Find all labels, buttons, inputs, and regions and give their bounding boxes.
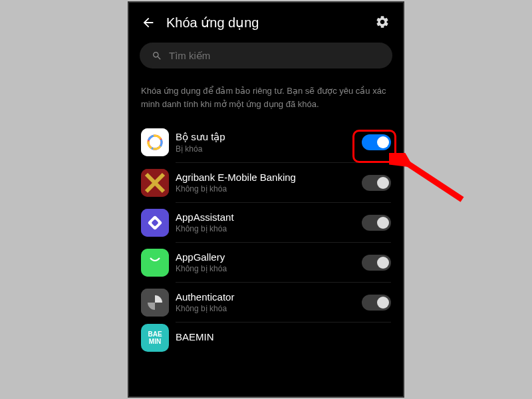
toggle-knob-icon xyxy=(377,136,389,148)
app-status-label: Không bị khóa xyxy=(176,264,362,273)
svg-rect-8 xyxy=(141,249,169,277)
svg-line-10 xyxy=(404,161,462,200)
app-name-label: AppGallery xyxy=(176,251,362,263)
app-row-agribank: Agribank E-Mobile Banking Không bị khóa xyxy=(176,163,391,203)
app-status-label: Không bị khóa xyxy=(176,304,362,313)
app-icon-appassistant xyxy=(141,209,169,237)
back-arrow-icon xyxy=(141,15,156,30)
app-icon-gallery xyxy=(141,128,169,156)
app-icon-agribank xyxy=(141,169,169,197)
toggle-knob-icon xyxy=(377,257,389,269)
gear-icon xyxy=(375,15,390,29)
search-input[interactable] xyxy=(140,43,392,68)
app-name-label: BAEMIN xyxy=(176,331,391,342)
app-name-label: AppAssistant xyxy=(176,211,362,223)
toggle-knob-icon xyxy=(377,177,389,189)
phone-screen: Khóa ứng dụng Khóa ứng dụng để đảm bảo r… xyxy=(128,1,404,398)
toggle-knob-icon xyxy=(377,217,389,229)
app-status-label: Bị khóa xyxy=(176,144,362,154)
app-icon-authenticator xyxy=(141,289,169,317)
toggle-appgallery[interactable] xyxy=(362,255,391,271)
search-field[interactable] xyxy=(169,50,380,61)
description-text: Khóa ứng dụng để đảm bảo riêng tư. Bạn s… xyxy=(129,79,403,122)
app-row-appassistant: AppAssistant Không bị khóa xyxy=(176,203,391,243)
app-name-label: Agribank E-Mobile Banking xyxy=(176,172,362,183)
app-status-label: Không bị khóa xyxy=(176,224,362,233)
toggle-agribank[interactable] xyxy=(362,175,391,191)
page-title: Khóa ứng dụng xyxy=(166,15,375,31)
app-name-label: Authenticator xyxy=(176,291,362,303)
toggle-knob-icon xyxy=(377,297,389,309)
app-icon-baemin: BAEMIN xyxy=(141,324,169,352)
header-bar: Khóa ứng dụng xyxy=(129,3,403,40)
app-row-baemin: BAEMIN BAEMIN xyxy=(176,323,391,352)
app-row-gallery: Bộ sưu tập Bị khóa xyxy=(176,122,391,163)
app-list: Bộ sưu tập Bị khóa Agribank E-Mobile Ban… xyxy=(129,122,403,352)
app-status-label: Không bị khóa xyxy=(176,184,362,194)
app-row-authenticator: Authenticator Không bị khóa xyxy=(176,283,391,323)
search-icon xyxy=(152,51,162,61)
app-row-appgallery: AppGallery Không bị khóa xyxy=(176,243,391,283)
toggle-authenticator[interactable] xyxy=(362,295,391,311)
svg-rect-0 xyxy=(141,128,169,156)
app-name-label: Bộ sưu tập xyxy=(176,131,362,143)
app-icon-appgallery xyxy=(141,249,169,277)
toggle-gallery[interactable] xyxy=(362,134,391,150)
settings-button[interactable] xyxy=(375,15,391,31)
toggle-appassistant[interactable] xyxy=(362,215,391,231)
back-button[interactable] xyxy=(141,15,157,31)
